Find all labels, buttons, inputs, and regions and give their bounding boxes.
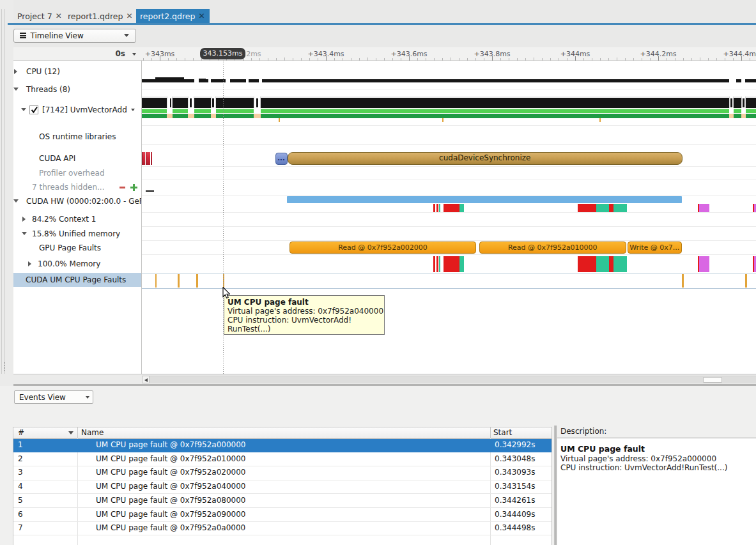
column-divider[interactable] xyxy=(77,427,78,438)
gpu-page-fault-bar[interactable]: Write @ 0x7... xyxy=(628,242,682,254)
event-row-7[interactable]: 7UM CPU page fault @ 0x7f952a0a00000.344… xyxy=(13,522,552,536)
sort-descending-icon xyxy=(68,431,73,434)
event-name: UM CPU page fault @ 0x7f952a0a0000 xyxy=(96,523,245,532)
event-row-3[interactable]: 3UM CPU page fault @ 0x7f952a0200000.343… xyxy=(13,466,552,480)
os-runtime-tick xyxy=(279,118,280,122)
tree-row-84-2-context-1[interactable]: 84.2% Context 1 xyxy=(13,212,141,226)
chevron-down-icon[interactable] xyxy=(131,109,135,111)
expander-down-icon[interactable] xyxy=(21,108,26,111)
memory-transfer-block xyxy=(436,204,438,212)
tree-row-100-0-memory[interactable]: 100.0% Memory xyxy=(13,257,141,271)
tree-row-label: 15.8% Unified memory xyxy=(32,229,120,238)
events-table-header[interactable]: # Name Start xyxy=(13,427,552,439)
um-cpu-page-fault-tick[interactable] xyxy=(178,274,180,288)
expander-right-icon[interactable] xyxy=(28,261,31,266)
event-row-6[interactable]: 6UM CPU page fault @ 0x7f952a0900000.344… xyxy=(13,508,552,522)
tree-row-15-8-unified-memory[interactable]: 15.8% Unified memory xyxy=(13,227,141,241)
close-icon[interactable]: ✕ xyxy=(56,12,62,20)
description-label: Description: xyxy=(560,427,606,436)
chevron-down-icon xyxy=(132,53,136,56)
thread-checkbox[interactable] xyxy=(29,105,38,114)
event-row-1[interactable]: 1UM CPU page fault @ 0x7f952a0000000.342… xyxy=(13,439,552,453)
thread-usage-tan xyxy=(729,114,734,118)
tree-row-threads-8-[interactable]: Threads (8) xyxy=(13,82,141,96)
expander-down-icon[interactable] xyxy=(13,199,19,203)
timeline-origin-label[interactable]: 0s xyxy=(102,49,125,58)
um-row-border xyxy=(142,288,756,289)
column-header-index[interactable]: # xyxy=(18,428,24,437)
row-separator xyxy=(142,89,756,89)
gpu-page-fault-bar[interactable]: Read @ 0x7f952a010000 xyxy=(479,242,626,254)
time-ruler[interactable]: +343ms+343.2ms+343.4ms+343.6ms+343.8ms+3… xyxy=(142,47,756,61)
event-index: 6 xyxy=(18,510,23,519)
timeline-horizontal-scrollbar[interactable] xyxy=(142,376,756,383)
expander-right-icon[interactable] xyxy=(14,69,17,74)
tree-row--7142-uvmvectoradd[interactable]: [7142] UvmVectorAdd xyxy=(13,103,141,117)
thread-usage-tan xyxy=(167,114,173,118)
vertical-splitter[interactable] xyxy=(554,426,557,545)
scrollbar-thumb[interactable] xyxy=(703,377,722,383)
tab-label: report1.qdrep xyxy=(68,12,123,21)
thread-state-mark xyxy=(190,98,192,107)
cpu-utilization-bump xyxy=(199,79,206,82)
ruler-time-label: +343.6ms xyxy=(390,50,427,58)
ruler-time-label: +344.2ms xyxy=(640,50,676,58)
tree-row-cuda-um-cpu-page-faults[interactable]: CUDA UM CPU Page Faults xyxy=(13,273,141,287)
close-icon[interactable]: ✕ xyxy=(198,12,204,20)
event-row-2[interactable]: 2UM CPU page fault @ 0x7f952a0100000.343… xyxy=(13,452,552,466)
splitter-grip-dot xyxy=(4,365,5,366)
um-cpu-page-fault-tick[interactable] xyxy=(682,274,684,288)
close-icon[interactable]: ✕ xyxy=(126,12,132,20)
splitter-grip-dot xyxy=(4,370,5,371)
tree-row-7-threads-hidden-[interactable]: 7 threads hidden... xyxy=(13,180,141,194)
event-start: 0.342992s xyxy=(495,440,536,449)
um-cpu-page-fault-tick[interactable] xyxy=(745,274,747,288)
tree-row-cpu-12-[interactable]: CPU (12) xyxy=(13,65,141,79)
remove-thread-icon[interactable] xyxy=(120,187,125,188)
tab-report1-qdrep[interactable]: report1.qdrep✕ xyxy=(68,9,133,23)
event-start: 0.344261s xyxy=(495,496,536,505)
tree-row-label: CUDA HW (0000:02:00.0 - GeF xyxy=(26,197,142,206)
tab-project-7[interactable]: Project 7✕ xyxy=(17,9,62,23)
column-header-name[interactable]: Name xyxy=(81,428,104,437)
ruler-time-label: +343ms xyxy=(145,50,175,58)
cpu-utilization-bump xyxy=(155,77,184,82)
cuda-device-synchronize-bar[interactable]: cudaDeviceSynchronize xyxy=(288,152,683,165)
tab-report2-qdrep[interactable]: report2.qdrep✕ xyxy=(136,9,210,23)
row-separator xyxy=(142,212,756,213)
tree-row-cuda-api[interactable]: CUDA API xyxy=(13,151,141,165)
collapsed-range-chip[interactable]: ... xyxy=(275,153,288,165)
memory-transfer-block xyxy=(459,256,464,272)
hidden-threads-dash xyxy=(146,190,154,192)
cpu-chart-gap xyxy=(259,79,262,83)
event-row-5[interactable]: 5UM CPU page fault @ 0x7f952a0800000.344… xyxy=(13,494,552,508)
splitter-grip-dot xyxy=(4,367,5,369)
um-cpu-page-fault-tick[interactable] xyxy=(196,274,198,288)
tree-row-label: Threads (8) xyxy=(26,85,70,94)
thread-state-bar xyxy=(142,98,756,108)
tree-row-gpu-page-faults[interactable]: GPU Page Faults xyxy=(13,241,141,255)
tree-row-profiler-overhead[interactable]: Profiler overhead xyxy=(13,166,141,180)
os-runtime-tick xyxy=(442,118,444,122)
gpu-page-fault-bar[interactable]: Read @ 0x7f952a002000 xyxy=(289,242,476,254)
scroll-left-button[interactable] xyxy=(142,376,150,383)
event-row-4[interactable]: 4UM CPU page fault @ 0x7f952a0400000.343… xyxy=(13,480,552,495)
tree-row-cuda-hw-0000-02-00-0-gef[interactable]: CUDA HW (0000:02:00.0 - GeF xyxy=(13,194,141,208)
timeline-bottom-border xyxy=(13,374,756,374)
memory-transfer-block xyxy=(444,256,459,272)
expander-right-icon[interactable] xyxy=(22,217,26,222)
event-detail-address: Virtual page's address: 0x7f952a000000 xyxy=(560,454,716,463)
timeline-view-selector[interactable]: Timeline View xyxy=(13,29,136,43)
memory-transfer-block xyxy=(578,204,596,212)
column-divider[interactable] xyxy=(490,427,491,438)
expander-down-icon[interactable] xyxy=(22,232,27,235)
cpu-chart-gap xyxy=(226,79,230,83)
events-view-selector[interactable]: Events View xyxy=(14,390,93,404)
expander-down-icon[interactable] xyxy=(13,88,19,91)
kernel-execution-bar[interactable] xyxy=(287,196,682,204)
tree-row-label: GPU Page Faults xyxy=(39,243,101,252)
column-header-start[interactable]: Start xyxy=(493,428,512,437)
tree-row-os-runtime-libraries[interactable]: OS runtime libraries xyxy=(13,130,141,144)
um-cpu-page-fault-tick[interactable] xyxy=(155,274,157,288)
timeline-row-tree: CPU (12)Threads (8)[7142] UvmVectorAddOS… xyxy=(13,61,142,374)
